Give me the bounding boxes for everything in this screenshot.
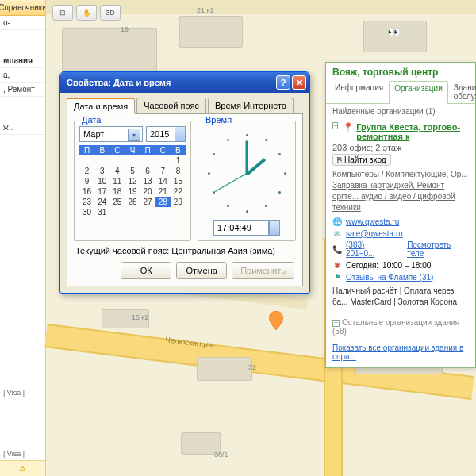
calendar-day[interactable]: 16: [79, 186, 94, 197]
calendar-day[interactable]: 24: [94, 197, 109, 207]
year-spinner[interactable]: 2015: [146, 126, 186, 142]
pan-button[interactable]: ✋: [76, 5, 97, 21]
sidebar-item[interactable]: а,: [0, 68, 45, 83]
tab-datetime[interactable]: Дата и время: [67, 98, 135, 114]
panel-tab-info[interactable]: Информация: [329, 80, 389, 103]
calendar-day[interactable]: 26: [125, 197, 140, 207]
calendar-day[interactable]: 11: [109, 176, 125, 186]
found-orgs-label: Найденные организации (1): [326, 104, 475, 119]
sidebar-item[interactable]: ж .: [0, 121, 45, 135]
calendar-day[interactable]: 18: [109, 186, 125, 197]
calendar-day: [79, 155, 94, 166]
calendar-day[interactable]: 1: [171, 155, 186, 166]
house-number: 30/1: [214, 451, 228, 459]
calendar-dow: П: [140, 145, 155, 155]
calendar-dow: П: [79, 145, 94, 155]
second-hand: [215, 173, 247, 192]
email-link[interactable]: sale@qwesta.ru: [346, 229, 403, 238]
measure-button[interactable]: ⊟: [52, 5, 73, 21]
collapse-icon[interactable]: −: [332, 122, 338, 129]
sidebar-item[interactable]: мпания: [0, 54, 45, 68]
calendar-day[interactable]: 28: [155, 197, 171, 207]
house-number: 15 к2: [132, 313, 148, 321]
calendar-day[interactable]: 23: [79, 197, 94, 207]
analog-clock: [203, 129, 290, 217]
calendar-day: [109, 207, 125, 217]
calendar-day[interactable]: 5: [125, 166, 140, 176]
find-entrance-button[interactable]: ⎘Найти вход: [332, 154, 391, 166]
left-sidebar: Справочники о- мпания а, , Ремонт ж . | …: [0, 0, 46, 476]
3d-button[interactable]: 3D: [100, 5, 121, 21]
sidebar-item[interactable]: , Ремонт: [0, 83, 45, 97]
minute-hand: [246, 141, 248, 175]
calendar-day[interactable]: 30: [79, 207, 94, 217]
calendar-day[interactable]: 21: [155, 186, 171, 197]
calendar-day[interactable]: 7: [155, 166, 171, 176]
calendar-day[interactable]: 25: [109, 197, 125, 207]
help-button[interactable]: ?: [276, 75, 290, 90]
map-controls: ⊟ ✋ 3D: [52, 5, 121, 21]
calendar-day[interactable]: 2: [79, 166, 94, 176]
calendar-day[interactable]: 3: [94, 166, 109, 176]
time-group: Время 17:04:49: [198, 121, 296, 241]
sidebar-header[interactable]: Справочники: [0, 0, 45, 16]
calendar-day: [125, 155, 140, 166]
tab-timezone[interactable]: Часовой пояс: [136, 98, 206, 114]
panel-tab-service[interactable]: Здание обслуж: [448, 80, 476, 103]
calendar-day[interactable]: 22: [171, 186, 186, 197]
calendar-day[interactable]: 13: [140, 176, 155, 186]
apply-button[interactable]: Применить: [232, 262, 294, 279]
calendar-day[interactable]: 9: [79, 176, 94, 186]
hour-hand: [246, 158, 267, 175]
show-phone-link[interactable]: Посмотреть теле: [407, 240, 469, 258]
datetime-properties-dialog: Свойства: Дата и время ? ✕ Дата и время …: [60, 71, 310, 294]
binoculars-icon[interactable]: 👀: [387, 25, 401, 38]
calendar-day[interactable]: 31: [94, 207, 109, 217]
house-number: 21 к1: [197, 6, 213, 14]
calendar-day[interactable]: 20: [140, 186, 155, 197]
other-orgs-toggle[interactable]: +Остальные организации здания (58): [326, 313, 475, 340]
sidebar-item[interactable]: о-: [0, 16, 45, 30]
timezone-text: Текущий часовой пояс: Центральная Азия (…: [74, 241, 296, 262]
calendar-day[interactable]: 17: [94, 186, 109, 197]
calendar-dow: С: [109, 145, 125, 155]
dialog-titlebar[interactable]: Свойства: Дата и время ? ✕: [60, 72, 309, 93]
calendar-day[interactable]: 27: [140, 197, 155, 207]
calendar-day: [140, 155, 155, 166]
clock-icon: ✱: [332, 260, 342, 270]
close-button[interactable]: ✕: [292, 75, 306, 90]
calendar-day[interactable]: 14: [155, 176, 171, 186]
calendar-day: [171, 207, 186, 217]
reviews-link[interactable]: Отзывы на Флампе (31): [346, 273, 433, 282]
calendar-day[interactable]: 6: [140, 166, 155, 176]
calendar-dow: В: [171, 145, 186, 155]
time-field[interactable]: 17:04:49: [213, 220, 269, 236]
phone-link[interactable]: (383) 201−0...: [346, 240, 395, 258]
dialog-title: Свойства: Дата и время: [67, 78, 171, 87]
calendar: ПВСЧПСВ 12345678910111213141516171819202…: [79, 145, 186, 217]
house-number: 19: [121, 25, 129, 33]
reviews-icon: ⚑: [332, 272, 342, 282]
calendar-day[interactable]: 10: [94, 176, 109, 186]
panel-tab-orgs[interactable]: Организации: [389, 81, 447, 104]
website-link[interactable]: www.qwesta.ru: [346, 217, 399, 226]
calendar-day: [140, 207, 155, 217]
calendar-day[interactable]: 29: [171, 197, 186, 207]
month-combo[interactable]: Март: [79, 126, 143, 142]
calendar-day[interactable]: 4: [109, 166, 125, 176]
time-spinner[interactable]: [269, 220, 280, 236]
calendar-day[interactable]: 8: [171, 166, 186, 176]
calendar-day: [109, 155, 125, 166]
calendar-day[interactable]: 12: [125, 176, 140, 186]
org-categories[interactable]: Компьютеры / Комплектующие, Ор... Заправ…: [332, 169, 469, 213]
cancel-button[interactable]: Отмена: [176, 262, 227, 279]
show-all-orgs-link[interactable]: Показать все организации здания в спра..…: [326, 340, 475, 367]
calendar-day[interactable]: 15: [171, 176, 186, 186]
org-name-link[interactable]: Группа Квеста, торгово-ремонтная к: [356, 122, 469, 141]
ok-button[interactable]: ОК: [121, 262, 171, 279]
calendar-day: [94, 155, 109, 166]
map-marker[interactable]: [269, 311, 283, 330]
tab-internet-time[interactable]: Время Интернета: [208, 98, 294, 114]
sidebar-warning[interactable]: ⚠: [0, 460, 45, 476]
calendar-day[interactable]: 19: [125, 186, 140, 197]
